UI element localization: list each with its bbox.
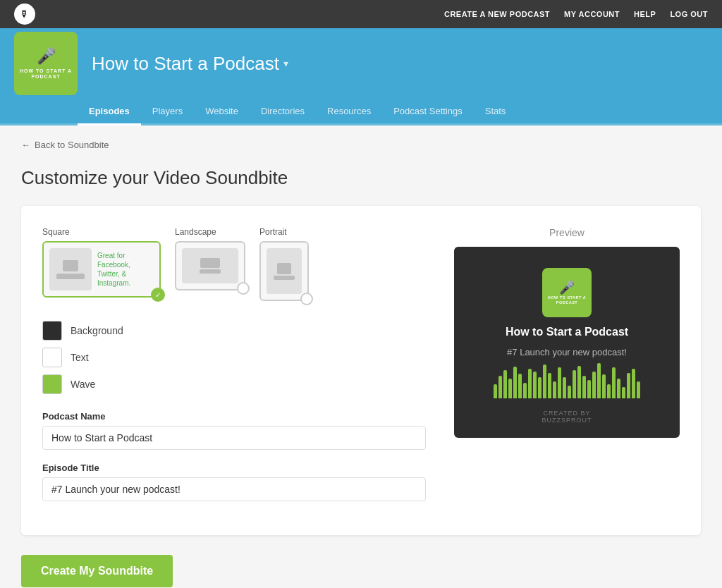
format-option-square: Square Great for Facebook, Twitter, & In… [42,227,161,301]
format-option-portrait: Portrait [259,227,309,301]
wave-bar [597,363,601,398]
thumb-icon-square [63,260,78,271]
back-link[interactable]: ← Back to Soundbite [21,140,701,150]
preview-episode-title: #7 Launch your new podcast! [507,347,627,357]
preview-card: 🎤 HOW TO START APODCAST How to Start a P… [454,247,680,438]
title-dropdown-icon[interactable]: ▾ [283,58,288,69]
wave-bar [543,365,546,398]
create-podcast-link[interactable]: CREATE A NEW PODCAST [444,10,550,18]
app-logo: 🎙 [14,4,35,25]
wave-bar [568,386,571,398]
format-box-portrait[interactable] [259,241,309,301]
background-label: Background [71,325,123,336]
wave-bar [637,381,640,398]
wave-bar [558,367,561,398]
tab-stats[interactable]: Stats [474,99,518,125]
text-label: Text [71,352,89,363]
wave-label: Wave [71,379,95,390]
help-link[interactable]: HELP [634,10,656,18]
preview-label: Preview [454,227,680,238]
wave-bar [508,379,512,398]
format-options: Square Great for Facebook, Twitter, & In… [42,227,426,301]
portrait-thumb [267,248,302,294]
tab-players[interactable]: Players [141,99,194,125]
wave-bar [617,379,620,398]
wave-bar [612,367,616,398]
episode-title-label: Episode Title [42,463,426,473]
wave-bar [582,376,586,398]
wave-bar [518,374,522,398]
text-color-swatch[interactable] [42,348,62,367]
format-option-landscape: Landscape [175,227,245,301]
landscape-thumb [182,248,238,283]
thumb-icon-landscape [200,258,220,268]
card-right: Preview 🎤 HOW TO START APODCAST How to S… [454,227,680,514]
portrait-radio[interactable] [300,293,313,305]
preview-footer: CREATED BYBUZZSPROUT [542,410,592,424]
mic-icon: 🎤 [37,47,56,66]
landscape-radio[interactable] [237,282,250,295]
format-label-landscape: Landscape [175,227,216,237]
podcast-logo: 🎤 HOW TO START APODCAST [14,32,78,95]
tab-podcast-settings[interactable]: Podcast Settings [382,99,474,125]
back-arrow-icon: ← [21,140,30,150]
page-title: Customize your Video Soundbite [21,167,701,189]
podcast-name-input[interactable] [42,426,426,450]
nav-tabs: Episodes Players Website Directories Res… [0,99,722,125]
podcast-name-field-group: Podcast Name [42,411,426,450]
tab-episodes[interactable]: Episodes [78,99,141,125]
thumb-wave-square [56,274,85,279]
wave-bar [513,367,517,398]
wave-bar [587,380,591,398]
logo-text: HOW TO START APODCAST [20,68,72,80]
wave-bar [548,373,551,398]
preview-mic-icon: 🎤 [559,280,575,295]
wave-bar [553,381,556,398]
wave-bar [632,369,635,398]
card-left: Square Great for Facebook, Twitter, & In… [42,227,426,514]
my-account-link[interactable]: MY ACCOUNT [564,10,620,18]
wave-bar [523,383,527,398]
format-label-square: Square [42,227,70,237]
preview-logo-text: HOW TO START APODCAST [548,295,586,305]
header: 🎤 HOW TO START APODCAST How to Start a P… [0,28,722,99]
top-nav: 🎙 CREATE A NEW PODCAST MY ACCOUNT HELP L… [0,0,722,28]
wave-bar [602,374,606,398]
wave-bar [533,372,537,398]
back-link-label: Back to Soundbite [35,140,109,150]
square-thumb [49,248,92,290]
wave-bar [627,373,630,398]
episode-title-input[interactable] [42,477,426,501]
color-row-background: Background [42,321,426,341]
preview-wave [468,366,666,401]
preview-podcast-name: How to Start a Podcast [506,326,628,338]
wave-bar [573,370,576,398]
logout-link[interactable]: LOG OUT [670,10,708,18]
preview-logo: 🎤 HOW TO START APODCAST [542,268,592,317]
format-box-square[interactable]: Great for Facebook, Twitter, & Instagram… [42,241,161,298]
check-icon: ✓ [151,288,165,302]
wave-bar [622,387,625,398]
episode-title-field-group: Episode Title [42,463,426,501]
wave-bar [528,369,532,398]
format-label-portrait: Portrait [259,227,287,237]
wave-bar [498,376,502,398]
wave-color-swatch[interactable] [42,374,62,394]
wave-bar [607,384,611,398]
wave-bar [577,366,581,398]
thumb-wave-portrait [274,276,295,280]
color-row-text: Text [42,348,426,367]
format-box-landscape[interactable] [175,241,245,290]
tab-directories[interactable]: Directories [250,99,316,125]
create-soundbite-button[interactable]: Create My Soundbite [21,555,173,587]
wave-bar [592,372,596,398]
tab-resources[interactable]: Resources [316,99,382,125]
wave-bar [503,370,507,398]
customize-card: Square Great for Facebook, Twitter, & In… [21,206,701,535]
square-desc: Great for Facebook, Twitter, & Instagram… [97,251,154,288]
podcast-name-label: Podcast Name [42,411,426,422]
color-row-wave: Wave [42,374,426,394]
background-color-swatch[interactable] [42,321,62,341]
tab-website[interactable]: Website [194,99,250,125]
wave-bar [494,384,497,398]
